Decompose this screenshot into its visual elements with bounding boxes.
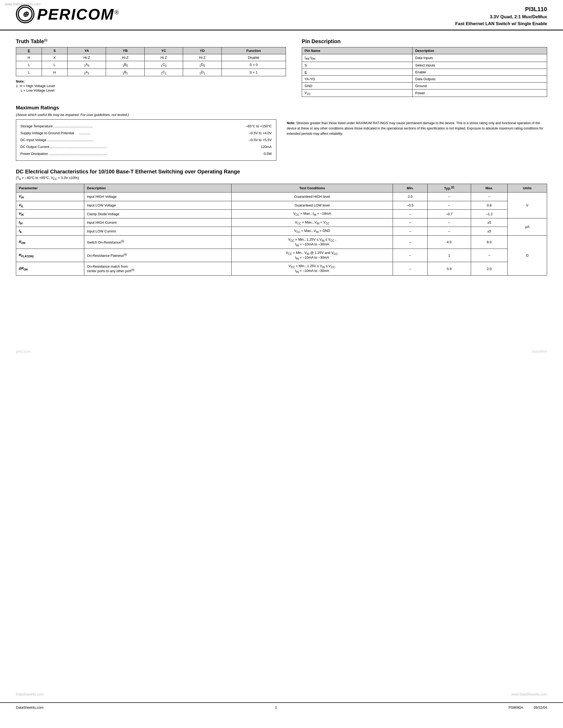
mr-value-1: –65°C to +150°C — [245, 123, 271, 130]
max-ratings-note: Note: Stresses greater than those listed… — [287, 119, 547, 161]
dc-header-units: Units — [508, 184, 547, 192]
table-row: E Enable — [302, 69, 547, 75]
max-ratings-table-wrap: Storage Temperature ....................… — [16, 119, 276, 161]
content-area: Truth Table(1) E S YA YB YC YD Function — [0, 30, 563, 284]
dc-table: Paramenter Description Test Conditions M… — [16, 184, 547, 276]
logo-area: ⊕ PERICOM® — [16, 5, 119, 23]
pin-header-name: Pin Name — [302, 47, 412, 54]
header-line2: Fast Ethernet LAN Switch w/ Single Enabl… — [455, 20, 547, 27]
page-number: 2 — [275, 705, 277, 709]
table-row: IIH Input HIGH Current VCC = Max., VIN =… — [16, 218, 547, 227]
header-line1: 3.3V Quad, 2:1 Mux/DeMux — [455, 14, 547, 20]
footer-watermark-right: www.DataSheet4u.com — [511, 692, 547, 696]
dc-header-conditions: Test Conditions — [231, 184, 393, 192]
footer-code: PS8690A — [508, 705, 523, 709]
table-row: GND Ground — [302, 82, 547, 89]
footer-date: 09/22/04 — [534, 705, 547, 709]
tt-header-ya: YA — [68, 47, 106, 54]
logo-icon: ⊕ — [16, 5, 34, 23]
dc-header-min: Min. — [393, 184, 428, 192]
mr-row-4: DC Output Current.......................… — [20, 143, 272, 150]
table-row: VIL Input LOW Voltage Guaranteed LOW lev… — [16, 201, 547, 210]
dc-title: DC Electrical Characteristics for 10/100… — [16, 169, 547, 175]
max-ratings-table: Storage Temperature ....................… — [16, 119, 276, 161]
svg-text:⊕: ⊕ — [22, 10, 29, 18]
pin-description-table: Pin Name Description IAN-IDN Data Inputs… — [302, 47, 547, 97]
note-1b: L = Low Voltage Level — [16, 88, 286, 92]
footer-bar: DataSheet4u.com 2 PS8690A 09/22/04 — [0, 702, 563, 712]
mr-label-3: DC Input Voltage .......................… — [20, 137, 93, 143]
mr-label-4: DC Output Current.......................… — [20, 143, 106, 150]
header-title: PI3L110 3.3V Quad, 2:1 Mux/DeMux Fast Et… — [455, 5, 547, 27]
truth-table-sup: (1) — [44, 39, 47, 42]
top-section: Truth Table(1) E S YA YB YC YD Function — [16, 38, 547, 97]
truth-table: E S YA YB YC YD Function H X Hi-Z Hi-Z — [16, 47, 286, 76]
dc-header-typ: Typ.(2) — [427, 184, 471, 192]
tt-header-s: S — [42, 47, 68, 54]
logo-text: PERICOM® — [37, 5, 119, 23]
table-row: IAN-IDN Data Inputs — [302, 54, 547, 62]
mid-watermark-left: gt4U.com — [16, 349, 31, 353]
dc-header-desc: Description — [84, 184, 231, 192]
tt-header-func: Function — [221, 47, 286, 54]
truth-table-section: Truth Table(1) E S YA YB YC YD Function — [16, 38, 286, 97]
pin-description-section: Pin Description Pin Name Description IAN… — [302, 38, 547, 97]
mid-watermark-right: DataShee — [532, 349, 547, 353]
table-row: H X Hi-Z Hi-Z Hi-Z Hi-Z Disable — [16, 54, 286, 61]
truth-table-notes: Note: 1. H = High Voltage Level L = Low … — [16, 79, 286, 92]
dc-electrical-section: DC Electrical Characteristics for 10/100… — [16, 169, 547, 275]
tt-header-yb: YB — [106, 47, 144, 54]
tt-header-yd: YD — [183, 47, 221, 54]
mr-row-3: DC Input Voltage .......................… — [20, 137, 272, 143]
table-row: S Select Inputs — [302, 62, 547, 69]
note-1: 1. H = High Voltage Level — [16, 84, 286, 88]
mr-value-3: –0.5V to +5.5V — [249, 137, 271, 143]
table-row: VIK Clamp Diode Voltage VCC = Max., IIN … — [16, 210, 547, 218]
pin-description-title: Pin Description — [302, 38, 547, 44]
dc-header-param: Paramenter — [16, 184, 84, 192]
mr-label-1: Storage Temperature ....................… — [20, 123, 93, 130]
table-row: L L 1A0 1B0 1C0 1D0 S = 0 — [16, 61, 286, 69]
mr-label-2: Supply Voltage to Ground Potential .....… — [20, 130, 90, 137]
footer-watermark-left: DataSheet4u.com — [16, 692, 43, 696]
max-ratings-content: Storage Temperature ....................… — [16, 119, 547, 161]
tt-header-yc: YC — [144, 47, 183, 54]
table-row: ΔRON On-Resistance match fromcenter port… — [16, 262, 547, 275]
table-row: RFLAT(ON) On-Resistance Flatness(4) VCC … — [16, 249, 547, 262]
pin-header-desc: Description — [413, 47, 547, 54]
max-ratings-section: Maximum Ratings (Above which useful life… — [16, 105, 547, 161]
table-row: VIH Input HIGH Voltage Guaranteed HIGH l… — [16, 192, 547, 201]
part-number: PI3L110 — [455, 5, 547, 14]
table-row: YA-YD Data Outputs — [302, 75, 547, 82]
dc-header-max: Max. — [471, 184, 508, 192]
table-row: VCC Power — [302, 89, 547, 97]
mr-row-1: Storage Temperature ....................… — [20, 123, 272, 130]
mr-value-5: 0.5W — [263, 150, 271, 157]
header-section: ⊕ PERICOM® PI3L110 3.3V Quad, 2:1 Mux/De… — [0, 0, 563, 30]
table-row: RON Switch On-Resistance(3) VCC = Min., … — [16, 236, 547, 249]
mr-row-5: Power Dissipation ......................… — [20, 150, 272, 157]
mr-value-4: 120mA — [261, 143, 271, 150]
max-ratings-title: Maximum Ratings — [16, 105, 547, 111]
table-row: L H 1A1 1B1 1C1 1D1 S = 1 — [16, 69, 286, 76]
tt-header-e: E — [16, 47, 42, 54]
footer-bottom-watermark: DataSheet4u.com — [16, 705, 43, 709]
dc-subtitle: (TA = –40°C to +85°C, VCC = 3.3V ±10%) — [16, 176, 547, 181]
table-row: IIL Input LOW Current VCC = Max., VIN = … — [16, 227, 547, 236]
mr-label-5: Power Dissipation ......................… — [20, 150, 107, 157]
truth-table-title: Truth Table(1) — [16, 38, 286, 44]
max-ratings-subtitle: (Above which useful life may be impaired… — [16, 113, 547, 117]
top-watermark: www.DataSheet4u.com — [5, 2, 41, 6]
mr-value-2: –0.5V to +4.0V — [249, 130, 271, 137]
mr-row-2: Supply Voltage to Ground Potential .....… — [20, 130, 272, 137]
